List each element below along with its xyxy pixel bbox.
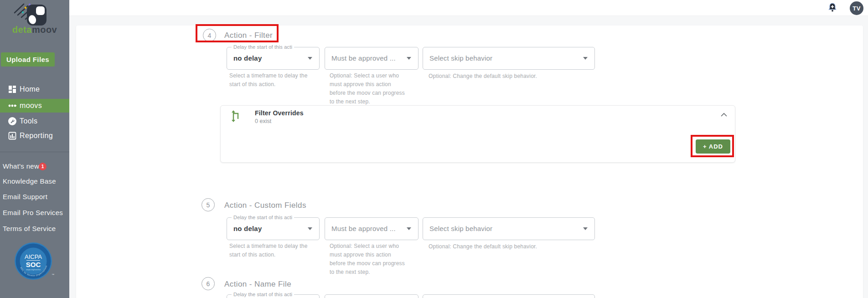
soc-soc-text: SOC: [26, 261, 41, 268]
sidebar-item-reporting[interactable]: Reporting: [0, 129, 69, 143]
approver-help-text: Optional: Select a user who must approve…: [330, 242, 407, 277]
reporting-icon: [8, 132, 16, 140]
upload-files-button[interactable]: Upload Files: [1, 52, 55, 67]
delay-help-text: Select a timeframe to delay the start of…: [229, 242, 308, 259]
dropdown-arrow-icon: [308, 227, 312, 230]
add-filter-override-button[interactable]: + ADD: [696, 139, 730, 154]
sidebar-link-email-support[interactable]: Email Support: [3, 193, 47, 201]
skip-behavior-select[interactable]: [423, 294, 595, 298]
section-title-action-custom-fields: Action - Custom Fields: [224, 201, 306, 210]
dropdown-arrow-icon: [308, 57, 312, 60]
skip-behavior-placeholder: Select skip behavior: [423, 218, 594, 240]
filter-overrides-icon: [229, 110, 242, 123]
collapse-chevron-up-icon[interactable]: [720, 113, 728, 117]
dropdown-arrow-icon: [583, 57, 588, 60]
filter-overrides-title: Filter Overrides: [255, 109, 304, 117]
sidebar-item-label: Reporting: [20, 129, 53, 143]
step-number-badge: 5: [202, 198, 215, 211]
delay-select-value: no delay: [227, 47, 319, 69]
skip-behavior-select[interactable]: Select skip behavior: [423, 47, 595, 70]
aicpa-soc-badge: SOC for Service Organizations AICPA SOC …: [14, 242, 52, 280]
home-icon: [8, 85, 16, 93]
sidebar-divider: [0, 152, 69, 152]
step-number-badge: 6: [202, 277, 215, 290]
filter-overrides-count: 0 exist: [255, 118, 271, 124]
delay-select[interactable]: Delay the start of this acti no delay: [227, 217, 320, 240]
sidebar: detamoov Upload Files Home moovs Tools: [0, 0, 69, 298]
sidebar-link-email-pro-services[interactable]: Email Pro Services: [3, 209, 63, 217]
soc-aicpa-text: AICPA: [25, 253, 42, 260]
delay-select[interactable]: Delay the start of this acti: [227, 294, 320, 298]
sidebar-link-knowledge-base[interactable]: Knowledge Base: [3, 177, 56, 185]
dropdown-arrow-icon: [583, 227, 588, 230]
approver-help-text: Optional: Select a user who must approve…: [330, 72, 407, 106]
soc-url-text: aicpa.org/soc4so: [26, 268, 41, 271]
delay-select-label: Delay the start of this acti: [232, 292, 294, 297]
approver-select-placeholder: Must be approved ...: [325, 218, 404, 240]
sidebar-item-label: moovs: [20, 99, 42, 113]
approver-select[interactable]: Must be approved ...: [325, 217, 418, 240]
logo-text-dark: moov: [32, 25, 57, 35]
logo-wordmark: detamoov: [0, 25, 69, 35]
skip-behavior-select[interactable]: Select skip behavior: [423, 217, 595, 240]
skip-behavior-placeholder: Select skip behavior: [423, 47, 594, 69]
delay-select[interactable]: Delay the start of this acti no delay: [227, 47, 320, 70]
skip-help-text: Optional: Change the default skip behavi…: [429, 242, 537, 251]
dropdown-arrow-icon: [407, 227, 411, 230]
sidebar-item-label: Home: [20, 82, 40, 96]
section-title-action-filter: Action - Filter: [224, 31, 273, 40]
step-number-badge: 4: [203, 29, 216, 42]
delay-help-text: Select a timeframe to delay the start of…: [229, 72, 308, 89]
tools-icon: [8, 117, 16, 125]
moovs-icon: [8, 102, 16, 110]
skip-help-text: Optional: Change the default skip behavi…: [429, 72, 537, 81]
logo-text-green: deta: [12, 25, 32, 35]
approver-select[interactable]: Must be approved ...: [325, 47, 418, 70]
logo-icon: [12, 1, 57, 27]
sidebar-item-moovs[interactable]: moovs: [0, 99, 69, 113]
delay-select-label: Delay the start of this acti: [232, 44, 294, 50]
approver-select[interactable]: [325, 294, 418, 298]
dropdown-arrow-icon: [407, 57, 411, 60]
delay-select-label: Delay the start of this acti: [232, 215, 294, 220]
whats-new-count-badge[interactable]: 1: [39, 163, 46, 170]
sidebar-item-label: Tools: [20, 114, 37, 128]
notifications-bell-icon[interactable]: [827, 2, 838, 14]
approver-select-placeholder: Must be approved ...: [325, 47, 404, 69]
delay-select-value: no delay: [227, 218, 319, 240]
sidebar-link-whats-new[interactable]: What's new: [3, 162, 39, 170]
soc-trademark: ™: [52, 273, 54, 276]
top-bar: TV: [69, 0, 868, 16]
sidebar-item-tools[interactable]: Tools: [0, 114, 69, 128]
user-avatar[interactable]: TV: [850, 1, 863, 15]
filter-overrides-card: Filter Overrides 0 exist + ADD: [220, 105, 735, 163]
sidebar-item-home[interactable]: Home: [0, 82, 69, 96]
sidebar-link-terms-of-service[interactable]: Terms of Service: [3, 225, 56, 233]
section-title-action-name-file: Action - Name File: [224, 280, 291, 289]
